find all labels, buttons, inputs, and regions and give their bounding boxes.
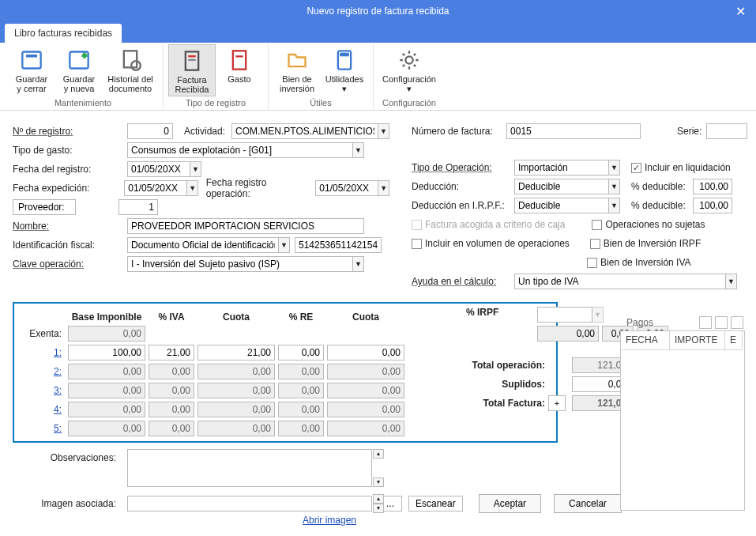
- bien-inv-iva-checkbox[interactable]: [587, 258, 597, 268]
- col-cuota2: Cuota: [327, 307, 404, 323]
- col-base: Base Imponible: [68, 307, 145, 323]
- clave-op-select[interactable]: [127, 256, 353, 272]
- bien-inv-irpf-checkbox[interactable]: [590, 239, 600, 249]
- chevron-down-icon[interactable]: ▼: [609, 198, 620, 213]
- chevron-down-icon[interactable]: ▼: [353, 256, 364, 272]
- ribbon-gasto[interactable]: Gasto: [216, 44, 263, 96]
- ribbon-guardar-nueva[interactable]: Guardar y nueva: [55, 44, 103, 96]
- pct-deducible2-input[interactable]: [693, 198, 732, 213]
- pct-deducible2-label: % deducible:: [631, 200, 693, 211]
- iva-piva-3: [149, 383, 194, 398]
- row-link-5[interactable]: 5:: [54, 423, 62, 434]
- iva-pre-3: [278, 383, 324, 398]
- col-fecha[interactable]: FECHA: [621, 331, 670, 350]
- total-fact-toggle[interactable]: +: [548, 395, 566, 411]
- iva-cuota-1[interactable]: [197, 345, 275, 360]
- tab-libro-facturas[interactable]: Libro facturas recibidas: [5, 24, 122, 43]
- fecha-registro-label: Fecha del registro:: [13, 164, 127, 175]
- svg-rect-3: [124, 51, 137, 67]
- chevron-down-icon[interactable]: ▼: [592, 307, 604, 323]
- iva-cuota-5: [197, 421, 275, 436]
- op-no-sujetas-checkbox[interactable]: [592, 220, 602, 230]
- ribbon: Guardar y cerrar Guardar y nueva Histori…: [0, 43, 756, 111]
- incluir-vol-label: Incluir en volumen de operaciones: [425, 238, 570, 249]
- observaciones-input[interactable]: [127, 449, 372, 487]
- col-e[interactable]: E: [725, 331, 743, 350]
- pagos-add-icon[interactable]: [699, 316, 712, 329]
- fecha-registro-input[interactable]: [127, 161, 190, 177]
- row-link-1[interactable]: 1:: [54, 347, 62, 358]
- serie-input[interactable]: [706, 123, 747, 139]
- obs-down-icon[interactable]: ▾: [373, 477, 384, 487]
- save-new-icon: [68, 49, 90, 71]
- iva-piva-1[interactable]: [149, 345, 194, 360]
- chevron-down-icon[interactable]: ▼: [378, 123, 389, 139]
- chevron-down-icon[interactable]: ▼: [190, 161, 201, 177]
- tipo-gasto-select[interactable]: [127, 142, 353, 158]
- chevron-down-icon[interactable]: ▼: [187, 180, 198, 196]
- pct-deducible-input[interactable]: [693, 179, 732, 194]
- chevron-down-icon[interactable]: ▼: [609, 179, 620, 194]
- bien-inv-irpf-label: Bien de Inversión IRPF: [604, 238, 701, 249]
- ribbon-configuracion[interactable]: Configuración ▾: [378, 44, 440, 96]
- pagos-title: Pagos: [622, 317, 653, 328]
- pagos-edit-icon[interactable]: [715, 316, 728, 329]
- proveedor-input[interactable]: [118, 199, 158, 215]
- idfiscal-num-input[interactable]: [295, 237, 382, 253]
- tipo-op-select[interactable]: [514, 160, 609, 176]
- proveedor-button[interactable]: Proveedor:: [13, 199, 76, 215]
- incluir-vol-checkbox[interactable]: [412, 239, 422, 249]
- clave-op-label: Clave operación:: [13, 259, 127, 270]
- close-icon[interactable]: ✕: [724, 0, 756, 22]
- obs-up-icon[interactable]: ▴: [373, 449, 384, 459]
- serie-label: Serie:: [677, 126, 701, 137]
- ayuda-select[interactable]: [514, 274, 726, 289]
- incluir-liquidacion-checkbox[interactable]: [631, 163, 641, 173]
- fecha-reg-op-input[interactable]: [315, 180, 378, 196]
- chevron-down-icon[interactable]: ▼: [378, 180, 389, 196]
- pagos-delete-icon[interactable]: [731, 316, 743, 329]
- actividad-select[interactable]: [231, 123, 378, 139]
- window-title: Nuevo registro de factura recibida: [307, 6, 449, 17]
- ribbon-factura-recibida[interactable]: Factura Recibida: [168, 44, 216, 96]
- ribbon-bien-inversion[interactable]: Bien de inversión: [273, 44, 321, 96]
- pagos-table[interactable]: FECHA IMPORTE E: [620, 330, 745, 511]
- row-link-2[interactable]: 2:: [54, 366, 62, 377]
- ded-irpf-select[interactable]: [514, 198, 609, 213]
- cancelar-button[interactable]: Cancelar: [554, 494, 622, 513]
- op-no-sujetas-label: Operaciones no sujetas: [605, 219, 705, 230]
- iva-panel: Base Imponible% IVACuota% RECuotaExenta:…: [13, 302, 558, 443]
- iva-base-1[interactable]: [68, 345, 145, 360]
- iva-piva-2: [149, 364, 194, 379]
- chevron-down-icon[interactable]: ▼: [609, 160, 620, 176]
- imagen-label: Imagen asociada:: [13, 498, 127, 509]
- numfact-input[interactable]: [506, 123, 641, 139]
- fecha-exp-input[interactable]: [124, 180, 187, 196]
- ribbon-guardar-cerrar[interactable]: Guardar y cerrar: [8, 44, 55, 96]
- deduccion-select[interactable]: [514, 179, 609, 194]
- abrir-imagen-link[interactable]: Abrir imagen: [303, 515, 356, 526]
- img-up-icon[interactable]: ▴: [373, 494, 384, 504]
- folder-icon: [286, 49, 308, 71]
- row-link-4[interactable]: 4:: [54, 404, 62, 415]
- iva-base-4: [68, 402, 145, 417]
- nregistro-input[interactable]: [127, 123, 173, 139]
- nombre-input[interactable]: [127, 218, 364, 234]
- idfiscal-tipo-select[interactable]: [127, 237, 279, 253]
- imagen-path-input[interactable]: [127, 496, 372, 511]
- iva-cuota2-1[interactable]: [327, 345, 404, 360]
- ribbon-utilidades[interactable]: Utilidades ▾: [321, 44, 368, 96]
- chevron-down-icon[interactable]: ▼: [726, 274, 737, 289]
- iva-pre-1[interactable]: [278, 345, 324, 360]
- row-link-3[interactable]: 3:: [54, 385, 62, 396]
- col-importe[interactable]: IMPORTE: [670, 331, 725, 350]
- svg-rect-0: [22, 52, 40, 69]
- chevron-down-icon[interactable]: ▼: [279, 237, 290, 253]
- aceptar-button[interactable]: Aceptar: [479, 494, 541, 513]
- scan-button[interactable]: Escanear: [408, 496, 463, 511]
- irpf-select[interactable]: [537, 307, 592, 323]
- ribbon-historial[interactable]: Historial del documento: [103, 44, 158, 96]
- idfiscal-label: Identificación fiscal:: [13, 240, 127, 251]
- img-down-icon[interactable]: ▾: [373, 504, 384, 513]
- chevron-down-icon[interactable]: ▼: [353, 142, 364, 158]
